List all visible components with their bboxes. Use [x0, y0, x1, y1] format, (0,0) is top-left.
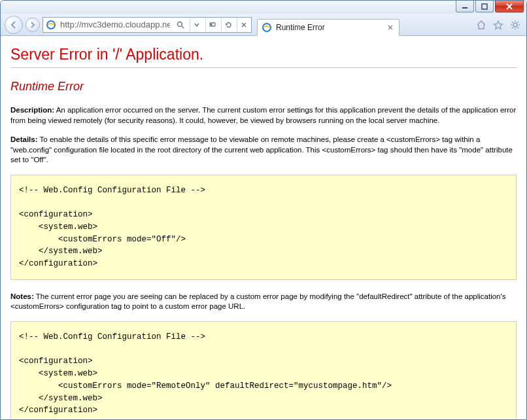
home-icon [476, 20, 486, 30]
tools-button[interactable] [509, 19, 521, 31]
notes-paragraph: Notes: The current error page you are se… [10, 292, 517, 312]
details-text: To enable the details of this specific e… [10, 135, 513, 164]
webconfig-code-off: <!-- Web.Config Configuration File --> <… [10, 175, 517, 280]
forward-arrow-icon [29, 21, 37, 29]
address-bar[interactable] [42, 17, 252, 33]
close-icon [505, 3, 513, 10]
svg-line-19 [512, 22, 513, 23]
refresh-button[interactable] [221, 18, 234, 31]
ie-logo-icon [46, 20, 56, 30]
stop-button[interactable] [237, 18, 250, 31]
toolbar-right-icons [475, 19, 522, 31]
address-input[interactable] [59, 18, 171, 31]
gear-icon [510, 20, 520, 30]
svg-line-6 [182, 26, 184, 28]
server-error-heading: Server Error in '/' Application. [10, 46, 517, 63]
maximize-icon [481, 3, 488, 10]
back-button[interactable] [5, 16, 23, 34]
svg-rect-8 [211, 24, 212, 26]
page-viewport[interactable]: Server Error in '/' Application. Runtime… [1, 37, 526, 419]
heading-separator [10, 67, 517, 68]
home-button[interactable] [475, 19, 487, 31]
svg-point-5 [178, 22, 182, 26]
notes-text: The current error page you are seeing ca… [10, 292, 505, 311]
close-button[interactable] [495, 1, 524, 12]
description-label: Description: [10, 106, 54, 114]
description-paragraph: Description: An application error occurr… [10, 105, 517, 126]
description-text: An application error occurred on the ser… [10, 106, 516, 124]
close-icon [387, 24, 394, 31]
address-dropdown[interactable] [190, 18, 203, 31]
minimize-icon [462, 3, 468, 10]
compatibility-icon [209, 21, 216, 29]
compatibility-button[interactable] [205, 18, 218, 31]
notes-label: Notes: [10, 292, 34, 300]
error-page-content: Server Error in '/' Application. Runtime… [1, 37, 526, 419]
back-arrow-icon [9, 20, 18, 29]
favorites-button[interactable] [492, 19, 504, 31]
window-titlebar [1, 1, 526, 14]
svg-line-20 [518, 27, 519, 28]
stop-icon [241, 22, 247, 28]
maximize-button[interactable] [475, 1, 494, 12]
svg-rect-1 [482, 4, 487, 9]
refresh-icon [224, 21, 232, 29]
svg-point-14 [513, 23, 517, 27]
forward-button[interactable] [26, 18, 40, 32]
details-paragraph: Details: To enable the details of this s… [10, 135, 517, 166]
svg-line-22 [518, 22, 519, 23]
ie-logo-icon [262, 22, 272, 33]
chevron-down-icon [194, 22, 200, 28]
webconfig-code-remoteonly: <!-- Web.Config Configuration File --> <… [10, 321, 517, 419]
tab-close-button[interactable] [386, 23, 395, 32]
search-icon [177, 21, 184, 29]
search-button[interactable] [174, 18, 187, 31]
details-label: Details: [10, 135, 38, 143]
runtime-error-heading: Runtime Error [10, 80, 517, 94]
browser-toolbar: Runtime Error [1, 14, 526, 36]
star-icon [493, 20, 503, 30]
browser-tab[interactable]: Runtime Error [257, 19, 400, 36]
svg-line-21 [512, 27, 513, 28]
minimize-button[interactable] [456, 1, 474, 12]
tab-title: Runtime Error [276, 23, 382, 32]
